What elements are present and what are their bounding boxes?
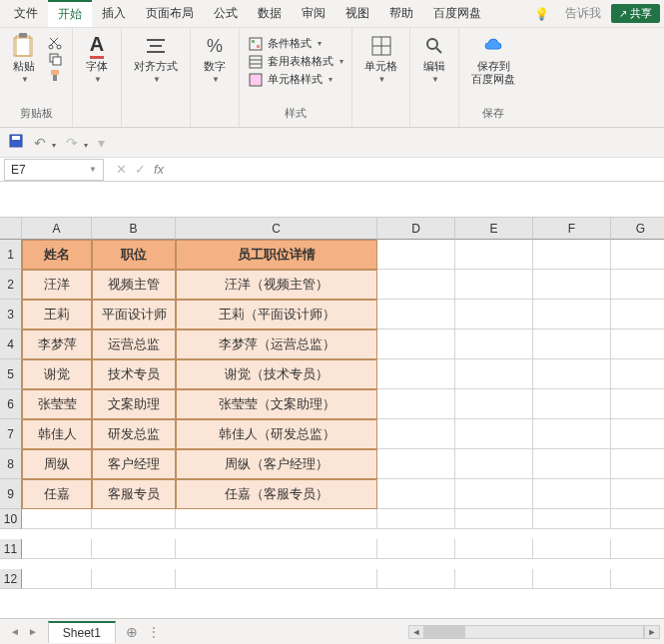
select-all-corner[interactable] [0, 218, 22, 240]
confirm-formula-button[interactable]: ✓ [135, 162, 146, 177]
row-header-11[interactable]: 11 [0, 539, 22, 559]
cell-c3[interactable]: 王莉（平面设计师） [176, 300, 377, 329]
cell-g7[interactable] [611, 419, 664, 449]
cell-c9[interactable]: 任嘉（客服专员） [176, 479, 377, 509]
cell-g5[interactable] [611, 359, 664, 389]
col-header-e[interactable]: E [455, 218, 533, 240]
row-header-7[interactable]: 7 [0, 419, 22, 449]
cell-e4[interactable] [455, 329, 533, 359]
cell-d2[interactable] [377, 270, 455, 300]
cell-a2[interactable]: 汪洋 [22, 270, 92, 300]
cell-c4[interactable]: 李梦萍（运营总监） [176, 329, 377, 359]
cell-c10[interactable] [176, 509, 377, 529]
menu-review[interactable]: 审阅 [292, 1, 335, 26]
cell-f6[interactable] [533, 389, 611, 419]
cell-c2[interactable]: 汪洋（视频主管） [176, 270, 377, 300]
cell-d11[interactable] [377, 539, 455, 559]
cell-f11[interactable] [533, 539, 611, 559]
col-header-b[interactable]: B [92, 218, 176, 240]
cell-e1[interactable] [455, 240, 533, 270]
cell-d6[interactable] [377, 389, 455, 419]
cell-b11[interactable] [92, 539, 176, 559]
horizontal-scrollbar[interactable]: ◄ ► [170, 625, 664, 639]
scroll-thumb[interactable] [425, 626, 465, 638]
cell-d1[interactable] [377, 240, 455, 270]
cancel-formula-button[interactable]: ✕ [116, 162, 127, 177]
cell-g11[interactable] [611, 539, 664, 559]
cell-f2[interactable] [533, 270, 611, 300]
copy-button[interactable] [46, 52, 64, 66]
tell-me[interactable]: 告诉我 [555, 1, 611, 26]
cell-e2[interactable] [455, 270, 533, 300]
cell-b10[interactable] [92, 509, 176, 529]
cell-e3[interactable] [455, 300, 533, 329]
tab-first-button[interactable]: ◄ [10, 626, 20, 637]
cell-e7[interactable] [455, 419, 533, 449]
cell-c6[interactable]: 张莹莹（文案助理） [176, 389, 377, 419]
cell-a6[interactable]: 张莹莹 [22, 389, 92, 419]
cell-g3[interactable] [611, 300, 664, 329]
cell-a10[interactable] [22, 509, 92, 529]
add-sheet-button[interactable]: ⊕ [126, 624, 138, 640]
cell-c8[interactable]: 周纵（客户经理） [176, 449, 377, 479]
cell-c5[interactable]: 谢觉（技术专员） [176, 359, 377, 389]
cut-button[interactable] [46, 36, 64, 50]
cell-c1[interactable]: 员工职位详情 [176, 240, 377, 270]
cells-button[interactable]: 单元格 ▼ [360, 32, 401, 86]
cell-d9[interactable] [377, 479, 455, 509]
row-header-2[interactable]: 2 [0, 270, 22, 300]
cell-b6[interactable]: 文案助理 [92, 389, 176, 419]
sheet-tab[interactable]: Sheet1 [48, 621, 116, 643]
scroll-track[interactable] [424, 625, 644, 639]
cell-f10[interactable] [533, 509, 611, 529]
format-painter-button[interactable] [46, 68, 64, 82]
cell-f5[interactable] [533, 359, 611, 389]
scroll-left-button[interactable]: ◄ [408, 625, 424, 639]
cell-styles-button[interactable]: 单元格样式▾ [248, 72, 343, 87]
cell-f8[interactable] [533, 449, 611, 479]
col-header-c[interactable]: C [176, 218, 377, 240]
tab-last-button[interactable]: ► [28, 626, 38, 637]
cell-a9[interactable]: 任嘉 [22, 479, 92, 509]
cell-f1[interactable] [533, 240, 611, 270]
cell-e12[interactable] [455, 569, 533, 589]
col-header-g[interactable]: G [611, 218, 664, 240]
cell-b4[interactable]: 运营总监 [92, 329, 176, 359]
cell-a8[interactable]: 周纵 [22, 449, 92, 479]
undo-button[interactable]: ↶ ▾ [34, 135, 56, 151]
cell-b7[interactable]: 研发总监 [92, 419, 176, 449]
menu-formula[interactable]: 公式 [204, 1, 248, 26]
row-header-5[interactable]: 5 [0, 359, 22, 389]
qat-customize[interactable]: ▾ [98, 135, 105, 151]
menu-help[interactable]: 帮助 [379, 1, 423, 26]
cell-d12[interactable] [377, 569, 455, 589]
cell-a11[interactable] [22, 539, 92, 559]
editing-button[interactable]: 编辑 ▼ [418, 32, 450, 86]
row-header-4[interactable]: 4 [0, 329, 22, 359]
cell-g6[interactable] [611, 389, 664, 419]
redo-button[interactable]: ↷ ▾ [66, 135, 88, 151]
cell-a3[interactable]: 王莉 [22, 300, 92, 329]
col-header-f[interactable]: F [533, 218, 611, 240]
cell-a7[interactable]: 韩佳人 [22, 419, 92, 449]
cell-g10[interactable] [611, 509, 664, 529]
cell-b3[interactable]: 平面设计师 [92, 300, 176, 329]
cell-f3[interactable] [533, 300, 611, 329]
row-header-6[interactable]: 6 [0, 389, 22, 419]
cell-b5[interactable]: 技术专员 [92, 359, 176, 389]
align-button[interactable]: 对齐方式 ▼ [130, 32, 182, 86]
cell-f7[interactable] [533, 419, 611, 449]
cell-c12[interactable] [176, 569, 377, 589]
cell-a1[interactable]: 姓名 [22, 240, 92, 270]
cell-b12[interactable] [92, 569, 176, 589]
cell-b1[interactable]: 职位 [92, 240, 176, 270]
col-header-d[interactable]: D [377, 218, 455, 240]
row-header-8[interactable]: 8 [0, 449, 22, 479]
menu-layout[interactable]: 页面布局 [136, 1, 204, 26]
menu-home[interactable]: 开始 [48, 0, 92, 27]
cell-d5[interactable] [377, 359, 455, 389]
cell-c7[interactable]: 韩佳人（研发总监） [176, 419, 377, 449]
row-header-9[interactable]: 9 [0, 479, 22, 509]
cell-f4[interactable] [533, 329, 611, 359]
cell-b2[interactable]: 视频主管 [92, 270, 176, 300]
